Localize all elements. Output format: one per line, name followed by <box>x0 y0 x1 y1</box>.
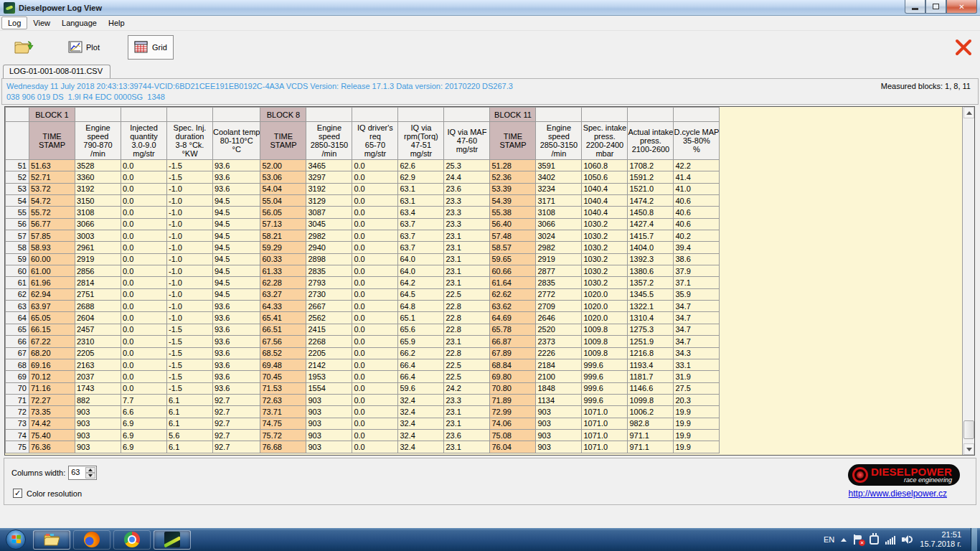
value-cell[interactable]: -1.0 <box>167 183 213 194</box>
value-cell[interactable]: 6.9 <box>121 429 167 441</box>
timestamp-cell[interactable]: 68.84 <box>490 359 536 370</box>
row-number-button[interactable]: 55 <box>6 207 29 218</box>
value-cell[interactable]: 0.0 <box>121 336 167 347</box>
value-cell[interactable]: 0.0 <box>121 382 167 394</box>
timestamp-cell[interactable]: 63.62 <box>490 301 536 312</box>
value-cell[interactable]: 23.1 <box>444 230 490 242</box>
value-cell[interactable]: 34.7 <box>674 312 720 324</box>
value-cell[interactable]: 2646 <box>536 312 582 324</box>
volume-icon[interactable] <box>902 534 913 545</box>
timestamp-cell[interactable]: 67.89 <box>490 347 536 359</box>
value-cell[interactable]: 2163 <box>75 359 121 370</box>
timestamp-cell[interactable]: 69.80 <box>490 371 536 382</box>
timestamp-cell[interactable]: 55.04 <box>260 195 306 207</box>
value-cell[interactable]: -1.0 <box>167 277 213 288</box>
timestamp-cell[interactable]: 66.15 <box>29 324 75 335</box>
value-cell[interactable]: 3465 <box>306 160 352 171</box>
value-cell[interactable]: 1006.2 <box>628 406 674 418</box>
language-indicator[interactable]: EN <box>824 535 834 544</box>
value-cell[interactable]: 0.0 <box>121 183 167 194</box>
timestamp-cell[interactable]: 52.71 <box>29 171 75 183</box>
row-number-button[interactable]: 72 <box>6 406 29 418</box>
value-cell[interactable]: 23.6 <box>444 183 490 194</box>
timestamp-cell[interactable]: 75.72 <box>260 429 306 441</box>
value-cell[interactable]: 63.7 <box>398 218 444 230</box>
value-cell[interactable]: 3171 <box>536 195 582 207</box>
timestamp-cell[interactable]: 64.33 <box>260 301 306 312</box>
show-desktop-button[interactable] <box>971 528 977 551</box>
open-file-button[interactable] <box>7 35 40 60</box>
plot-button[interactable]: Plot <box>62 35 106 60</box>
value-cell[interactable]: 2961 <box>75 242 121 253</box>
value-cell[interactable]: 93.6 <box>213 382 260 394</box>
value-cell[interactable]: 2520 <box>536 324 582 335</box>
menu-help[interactable]: Help <box>103 17 131 29</box>
timestamp-cell[interactable]: 71.53 <box>260 382 306 394</box>
value-cell[interactable]: -1.0 <box>167 218 213 230</box>
value-cell[interactable]: 1591.2 <box>628 171 674 183</box>
value-cell[interactable]: 2982 <box>536 242 582 253</box>
value-cell[interactable]: 2814 <box>75 277 121 288</box>
timestamp-cell[interactable]: 54.39 <box>490 195 536 207</box>
value-cell[interactable]: -1.5 <box>167 347 213 359</box>
value-cell[interactable]: 1030.2 <box>582 253 628 265</box>
value-cell[interactable]: -1.0 <box>167 195 213 207</box>
value-cell[interactable]: 0.0 <box>352 230 398 242</box>
timestamp-cell[interactable]: 69.48 <box>260 359 306 370</box>
value-cell[interactable]: 3234 <box>536 183 582 194</box>
value-cell[interactable]: 3066 <box>536 218 582 230</box>
value-cell[interactable]: 1030.2 <box>582 242 628 253</box>
value-cell[interactable]: 1848 <box>536 382 582 394</box>
value-cell[interactable]: -1.0 <box>167 207 213 218</box>
value-cell[interactable]: 94.5 <box>213 218 260 230</box>
timestamp-cell[interactable]: 74.06 <box>490 418 536 429</box>
network-icon[interactable] <box>885 535 895 545</box>
timestamp-cell[interactable]: 61.33 <box>260 265 306 277</box>
value-cell[interactable]: 971.1 <box>628 441 674 453</box>
row-number-button[interactable]: 73 <box>6 418 29 429</box>
timestamp-cell[interactable]: 52.36 <box>490 171 536 183</box>
timestamp-cell[interactable]: 70.45 <box>260 371 306 382</box>
timestamp-cell[interactable]: 54.04 <box>260 183 306 194</box>
timestamp-cell[interactable]: 71.16 <box>29 382 75 394</box>
value-cell[interactable]: -1.0 <box>167 253 213 265</box>
timestamp-cell[interactable]: 56.05 <box>260 207 306 218</box>
value-cell[interactable]: 1181.7 <box>628 371 674 382</box>
timestamp-cell[interactable]: 56.77 <box>29 218 75 230</box>
value-cell[interactable]: 1040.4 <box>582 183 628 194</box>
scroll-down-button[interactable] <box>963 443 974 455</box>
value-cell[interactable]: -1.0 <box>167 312 213 324</box>
value-cell[interactable]: 2100 <box>536 371 582 382</box>
value-cell[interactable]: 0.0 <box>352 359 398 370</box>
value-cell[interactable]: 1009.8 <box>582 324 628 335</box>
value-cell[interactable]: 1251.9 <box>628 336 674 347</box>
row-number-button[interactable]: 56 <box>6 218 29 230</box>
value-cell[interactable]: -1.0 <box>167 265 213 277</box>
value-cell[interactable]: 2205 <box>306 347 352 359</box>
value-cell[interactable]: 65.6 <box>398 324 444 335</box>
timestamp-cell[interactable]: 62.28 <box>260 277 306 288</box>
value-cell[interactable]: 1310.4 <box>628 312 674 324</box>
timestamp-cell[interactable]: 76.36 <box>29 441 75 453</box>
value-cell[interactable]: 1020.0 <box>582 288 628 300</box>
timestamp-cell[interactable]: 60.33 <box>260 253 306 265</box>
value-cell[interactable]: 23.3 <box>444 207 490 218</box>
value-cell[interactable]: 32.4 <box>398 418 444 429</box>
value-cell[interactable]: 2793 <box>306 277 352 288</box>
value-cell[interactable]: 1474.2 <box>628 195 674 207</box>
timestamp-cell[interactable]: 71.89 <box>490 394 536 405</box>
value-cell[interactable]: 27.5 <box>674 382 720 394</box>
minimize-button[interactable] <box>905 0 925 14</box>
value-cell[interactable]: 94.5 <box>213 195 260 207</box>
timestamp-cell[interactable]: 53.72 <box>29 183 75 194</box>
value-cell[interactable]: 92.7 <box>213 406 260 418</box>
value-cell[interactable]: 0.0 <box>121 371 167 382</box>
value-cell[interactable]: 41.4 <box>674 171 720 183</box>
timestamp-cell[interactable]: 57.48 <box>490 230 536 242</box>
value-cell[interactable]: 0.0 <box>352 336 398 347</box>
value-cell[interactable]: 23.1 <box>444 406 490 418</box>
taskbar-dieselpower-button[interactable] <box>154 530 191 550</box>
value-cell[interactable]: 2268 <box>306 336 352 347</box>
timestamp-cell[interactable]: 76.68 <box>260 441 306 453</box>
row-number-button[interactable]: 71 <box>6 394 29 405</box>
